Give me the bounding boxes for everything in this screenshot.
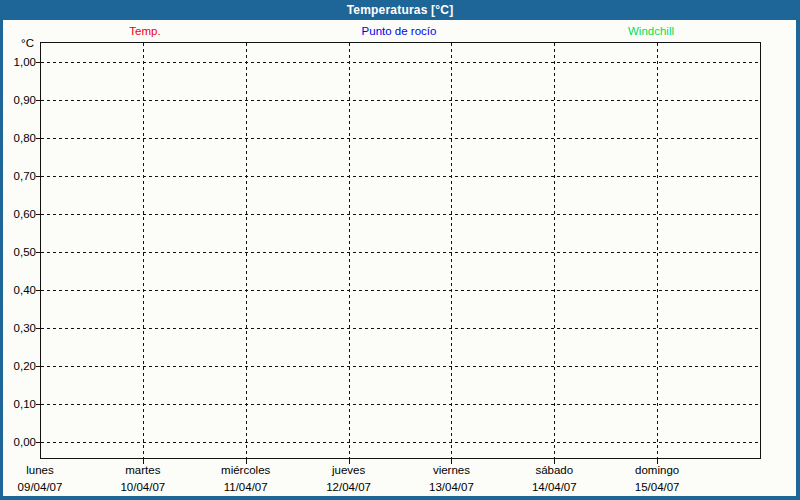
x-axis-day-label: sábado14/04/07 bbox=[499, 462, 609, 495]
x-axis-day-label: miércoles11/04/07 bbox=[191, 462, 301, 495]
v-gridline bbox=[451, 43, 452, 458]
y-axis-tick-label: 0,70 bbox=[0, 169, 36, 183]
h-gridline bbox=[41, 442, 760, 443]
h-gridline bbox=[41, 252, 760, 253]
day-date: 10/04/07 bbox=[88, 479, 198, 496]
window-titlebar: Temperaturas [°C] bbox=[0, 0, 800, 20]
v-gridline bbox=[143, 43, 144, 458]
y-axis-tick-label: 0,00 bbox=[0, 435, 36, 449]
v-gridline bbox=[246, 43, 247, 458]
day-date: 09/04/07 bbox=[0, 479, 95, 496]
h-gridline bbox=[41, 100, 760, 101]
day-date: 12/04/07 bbox=[294, 479, 404, 496]
y-axis-tick-label: 0,60 bbox=[0, 207, 36, 221]
y-axis-tick-label: 0,50 bbox=[0, 245, 36, 259]
day-name: lunes bbox=[0, 462, 95, 479]
y-axis-unit-label: °C bbox=[0, 37, 34, 49]
h-gridline bbox=[41, 366, 760, 367]
h-gridline bbox=[41, 62, 760, 63]
h-gridline bbox=[41, 328, 760, 329]
chart-window: Temperaturas [°C] Temp. Punto de rocío W… bbox=[0, 0, 800, 500]
y-axis-tick-label: 0,10 bbox=[0, 397, 36, 411]
y-axis-tick bbox=[36, 100, 40, 101]
x-axis-day-label: domingo15/04/07 bbox=[602, 462, 712, 495]
window-title: Temperaturas [°C] bbox=[347, 3, 454, 17]
y-axis-tick-label: 1,00 bbox=[0, 55, 36, 69]
x-axis-day-label: martes10/04/07 bbox=[88, 462, 198, 495]
y-axis-tick bbox=[36, 252, 40, 253]
day-name: martes bbox=[88, 462, 198, 479]
y-axis-tick bbox=[36, 404, 40, 405]
x-axis-day-label: jueves12/04/07 bbox=[294, 462, 404, 495]
day-date: 14/04/07 bbox=[499, 479, 609, 496]
y-axis-tick bbox=[36, 442, 40, 443]
v-gridline bbox=[554, 43, 555, 458]
v-gridline bbox=[349, 43, 350, 458]
day-name: miércoles bbox=[191, 462, 301, 479]
day-date: 15/04/07 bbox=[602, 479, 712, 496]
y-axis-tick-label: 0,80 bbox=[0, 131, 36, 145]
h-gridline bbox=[41, 138, 760, 139]
y-axis-tick bbox=[36, 214, 40, 215]
h-gridline bbox=[41, 290, 760, 291]
day-name: viernes bbox=[396, 462, 506, 479]
y-axis-tick-label: 0,90 bbox=[0, 93, 36, 107]
x-axis-day-label: lunes09/04/07 bbox=[0, 462, 95, 495]
h-gridline bbox=[41, 404, 760, 405]
y-axis-tick bbox=[36, 328, 40, 329]
day-name: sábado bbox=[499, 462, 609, 479]
legend-item-temp[interactable]: Temp. bbox=[129, 25, 160, 37]
y-axis-tick bbox=[36, 176, 40, 177]
day-name: domingo bbox=[602, 462, 712, 479]
legend-item-windchill[interactable]: Windchill bbox=[628, 25, 674, 37]
v-gridline bbox=[657, 43, 658, 458]
y-axis-tick bbox=[36, 366, 40, 367]
day-name: jueves bbox=[294, 462, 404, 479]
legend-item-dew-point[interactable]: Punto de rocío bbox=[362, 25, 437, 37]
y-axis-tick bbox=[36, 290, 40, 291]
y-axis-tick-label: 0,30 bbox=[0, 321, 36, 335]
h-gridline bbox=[41, 176, 760, 177]
y-axis-tick bbox=[36, 138, 40, 139]
day-date: 11/04/07 bbox=[191, 479, 301, 496]
y-axis-tick-label: 0,20 bbox=[0, 359, 36, 373]
y-axis-tick-label: 0,40 bbox=[0, 283, 36, 297]
x-axis-day-label: viernes13/04/07 bbox=[396, 462, 506, 495]
day-date: 13/04/07 bbox=[396, 479, 506, 496]
plot-area[interactable] bbox=[40, 42, 761, 459]
y-axis-tick bbox=[36, 62, 40, 63]
h-gridline bbox=[41, 214, 760, 215]
